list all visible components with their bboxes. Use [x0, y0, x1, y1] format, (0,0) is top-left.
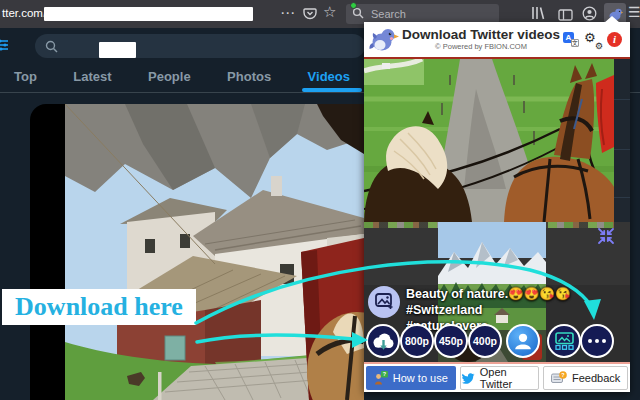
redacted-url-content: [44, 7, 253, 21]
village-video-thumbnail[interactable]: [65, 104, 364, 400]
gallery-button[interactable]: [547, 324, 581, 358]
video-result-card[interactable]: [30, 104, 364, 400]
tab-photos[interactable]: Photos: [219, 64, 279, 92]
search-icon: [352, 5, 364, 23]
bookmark-star-icon[interactable]: ☆: [323, 5, 336, 19]
popup-content: Beauty of nature.😍😍😘😘 #Switzerland #natu…: [364, 222, 630, 362]
menu-icon[interactable]: ☰: [628, 5, 640, 19]
browser-search-field[interactable]: [346, 4, 499, 24]
profile-button[interactable]: [506, 324, 540, 358]
tweet-media-badge: [368, 286, 400, 318]
page-actions-icon[interactable]: ⋯: [280, 6, 296, 20]
settings-gears-icon[interactable]: ⚙⚙: [584, 32, 602, 48]
more-options-button[interactable]: [580, 324, 614, 358]
twitter-bird-icon: [461, 372, 475, 385]
url-host: tter.com: [2, 7, 43, 19]
download-buttons-row: 800p 450p 400p: [364, 323, 614, 361]
screen: tter.com/s ⋯ ☆ ☰: [0, 0, 640, 400]
popup-pointer: [604, 16, 620, 23]
popup-title: Download Twitter videos: [399, 28, 563, 43]
how-to-use-button[interactable]: ? How to use: [366, 366, 456, 390]
horses-video-preview[interactable]: [364, 59, 614, 222]
tab-people[interactable]: People: [140, 64, 199, 92]
image-plus-icon: [375, 293, 394, 311]
search-badge: [350, 2, 357, 9]
tab-latest[interactable]: Latest: [65, 64, 119, 92]
quality-800p-button[interactable]: 800p: [400, 324, 434, 358]
popup-header-icons: A文 ⚙⚙ i: [563, 32, 622, 48]
pocket-icon[interactable]: [303, 7, 317, 25]
person-icon: [512, 330, 534, 352]
quality-450p-button[interactable]: 450p: [434, 324, 468, 358]
translate-icon[interactable]: A文: [563, 32, 579, 47]
search-icon: [45, 40, 58, 53]
feedback-icon: ?: [551, 371, 567, 385]
open-twitter-button[interactable]: Open Twitter: [460, 366, 540, 390]
popup-titles: Download Twitter videos © Powered by FBI…: [399, 28, 563, 51]
download-here-text: Download here: [15, 292, 183, 322]
browser-search-input[interactable]: [369, 7, 469, 21]
ellipsis-icon: [588, 339, 607, 344]
collapse-icon[interactable]: [597, 227, 615, 245]
popup-subtitle: © Powered by FBION.COM: [399, 43, 563, 51]
popup-footer: ? How to use Open Twitter ? Feedback: [364, 364, 630, 392]
download-cloud-button[interactable]: [366, 324, 400, 358]
quality-400p-button[interactable]: 400p: [468, 324, 502, 358]
scrollbar-gutter[interactable]: [614, 59, 630, 222]
popup-header: Download Twitter videos © Powered by FBI…: [364, 22, 630, 57]
download-here-label: Download here: [2, 289, 196, 325]
video-preview-area: [364, 59, 630, 222]
cloud-download-icon: [372, 333, 394, 350]
how-to-use-icon: ?: [374, 371, 388, 385]
tweet-text-line1: Beauty of nature.😍😍😘😘 #Switzerland: [406, 286, 620, 318]
feedback-button[interactable]: ? Feedback: [543, 366, 628, 390]
tab-top[interactable]: Top: [6, 64, 45, 92]
redacted-search-query: [99, 42, 136, 58]
info-icon[interactable]: i: [607, 32, 622, 47]
filter-icon[interactable]: [0, 38, 10, 56]
twitter-bird-logo-icon: [369, 27, 399, 53]
gallery-icon: [555, 332, 574, 350]
extension-popup: Download Twitter videos © Powered by FBI…: [364, 22, 630, 392]
page-search-pill[interactable]: [35, 34, 365, 58]
divider: [630, 92, 640, 93]
